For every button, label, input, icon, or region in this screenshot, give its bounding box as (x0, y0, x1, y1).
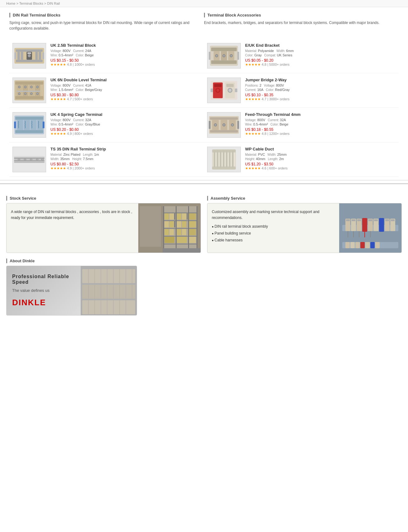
product-rating: ★★★★★ 4.7 | 500+ orders (50, 97, 201, 101)
svg-rect-67 (17, 120, 23, 130)
svg-rect-116 (163, 220, 197, 221)
svg-rect-126 (174, 213, 175, 220)
svg-rect-129 (187, 213, 187, 220)
svg-rect-163 (368, 219, 372, 221)
product-name[interactable]: TS 35 DIN Rail Terminal Strip (50, 147, 201, 151)
svg-rect-124 (164, 213, 169, 220)
svg-rect-119 (163, 244, 197, 245)
svg-rect-109 (223, 151, 225, 168)
spec-color: Color: Beige/Gray (76, 88, 102, 92)
product-name[interactable]: UK 6N Double Level Terminal (50, 78, 201, 82)
product-price: US $0.30 - $0.80 (50, 93, 201, 97)
product-info: UK 6N Double Level Terminal Voltage: 800… (50, 78, 201, 103)
spec-compat: Compat: UK Series (264, 53, 292, 57)
svg-rect-107 (217, 151, 219, 168)
product-name[interactable]: Jumper Bridge 2-Way (245, 78, 396, 82)
bullet-item-1: DIN rail terminal block assembly (212, 223, 335, 230)
spec-color: Color: Red/Gray (266, 88, 290, 92)
section-divider (0, 183, 408, 184)
bullet-item-2: Panel building service (212, 230, 335, 237)
svg-rect-112 (232, 151, 234, 168)
assembly-service-desc: Customized assembly and marking service … (212, 209, 335, 221)
spec-length: Length: 1m (83, 153, 99, 156)
product-item[interactable]: Feed-Through Terminal 4mm Voltage: 800V … (204, 108, 399, 142)
spec-current: Current: 32A (268, 118, 286, 122)
spec-length: Length: 2m (268, 157, 284, 161)
svg-rect-44 (17, 91, 40, 92)
left-section-title: DIN Rail Terminal Blocks (9, 13, 204, 17)
spec-material: Material: Zinc Plated (50, 153, 80, 156)
svg-rect-70 (37, 120, 43, 130)
product-name[interactable]: WP Cable Duct (245, 147, 396, 151)
svg-point-41 (31, 86, 32, 88)
svg-rect-166 (385, 219, 389, 221)
product-item[interactable]: UK 4 Spring Cage Terminal Voltage: 800V … (9, 108, 204, 142)
product-item[interactable]: E/UK End Bracket Material: Polyamide Wid… (204, 39, 399, 73)
stock-service-title: Stock Service (6, 196, 201, 201)
svg-rect-110 (226, 151, 228, 168)
svg-rect-91 (14, 162, 45, 163)
svg-rect-160 (352, 219, 355, 221)
svg-rect-177 (355, 242, 360, 248)
product-image (12, 78, 46, 103)
product-rating: ★★★★★ 4.9 | 2000+ orders (50, 166, 201, 170)
svg-rect-65 (15, 117, 43, 120)
svg-point-52 (37, 93, 38, 94)
svg-rect-90 (14, 156, 45, 157)
svg-rect-28 (237, 52, 239, 59)
product-image (12, 43, 46, 69)
spec-voltage: Voltage: 800V (50, 83, 71, 87)
svg-rect-175 (345, 242, 350, 248)
product-item[interactable]: Jumper Bridge 2-Way Positions: 2 Voltage… (204, 73, 399, 108)
product-image (12, 112, 46, 138)
svg-point-61 (229, 89, 232, 92)
product-item[interactable]: UK 6N Double Level Terminal Voltage: 800… (9, 73, 204, 108)
spec-voltage: Voltage: 800V (245, 118, 265, 122)
svg-rect-138 (169, 229, 174, 235)
svg-rect-180 (370, 242, 375, 248)
svg-rect-141 (189, 229, 196, 235)
product-item[interactable]: WP Cable Duct Material: PVC Width: 25mm … (204, 142, 399, 177)
product-item[interactable]: UK 2.5B Terminal Block Voltage: 800V Cur… (9, 39, 204, 73)
product-info: Jumper Bridge 2-Way Positions: 2 Voltage… (245, 78, 396, 103)
stock-service-image (138, 203, 201, 253)
stock-service-text: A wide range of DIN rail terminal blocks… (7, 203, 138, 253)
svg-rect-4 (27, 52, 31, 54)
product-image (207, 43, 241, 69)
product-price: US $0.10 - $0.35 (245, 93, 396, 97)
product-name[interactable]: Feed-Through Terminal 4mm (245, 112, 396, 117)
product-name[interactable]: E/UK End Bracket (245, 43, 396, 48)
product-name[interactable]: UK 4 Spring Cage Terminal (50, 112, 201, 117)
product-item[interactable]: TS 35 DIN Rail Terminal Strip Material: … (9, 142, 204, 177)
svg-rect-72 (43, 121, 45, 128)
spec-current: Current: 32A (73, 118, 91, 122)
svg-rect-57 (226, 84, 234, 87)
spec-width: Width: 25mm (268, 153, 287, 156)
brand-card-left: Professional Reliable Speed The value de… (7, 266, 81, 315)
product-image (207, 112, 241, 138)
svg-rect-133 (174, 221, 175, 227)
svg-rect-2 (16, 60, 43, 62)
brand-tagline: Professional Reliable Speed (12, 274, 75, 285)
svg-rect-127 (177, 213, 181, 220)
spec-current: Current: 16A (245, 88, 263, 92)
spec-height: Height: 40mm (245, 157, 265, 161)
svg-rect-111 (229, 151, 231, 168)
breadcrumb: Home > Terminal Blocks > DIN Rail (6, 2, 60, 5)
svg-rect-86 (237, 121, 239, 129)
brand-name: DINKLE (12, 298, 75, 307)
svg-rect-62 (211, 88, 213, 92)
brand-card-right (81, 266, 137, 315)
svg-rect-162 (363, 219, 367, 221)
svg-point-59 (216, 89, 220, 92)
svg-rect-117 (163, 228, 197, 229)
spec-color: Color: Gray/Blue (76, 122, 100, 126)
svg-point-22 (216, 55, 218, 57)
svg-point-43 (37, 86, 38, 88)
product-price: US $0.18 - $0.55 (245, 127, 396, 132)
spec-wire: Wire: 0.5-4mm² (50, 53, 73, 57)
svg-rect-142 (164, 237, 174, 243)
stock-service-desc: A wide range of DIN rail terminal blocks… (11, 209, 134, 221)
svg-rect-106 (214, 151, 216, 168)
product-name[interactable]: UK 2.5B Terminal Block (50, 43, 201, 48)
